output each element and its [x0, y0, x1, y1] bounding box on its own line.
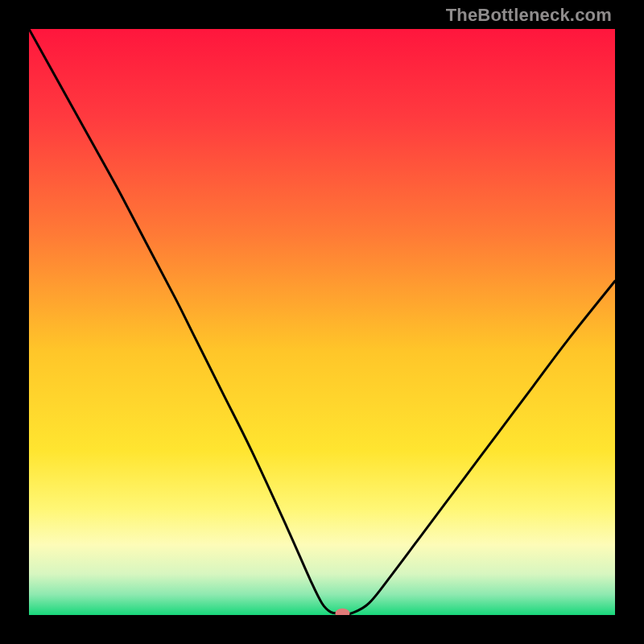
attribution-label: TheBottleneck.com [446, 5, 612, 26]
bottleneck-chart [29, 29, 615, 615]
plot-area [29, 29, 615, 615]
chart-container: TheBottleneck.com [0, 0, 644, 644]
gradient-background [29, 29, 615, 615]
